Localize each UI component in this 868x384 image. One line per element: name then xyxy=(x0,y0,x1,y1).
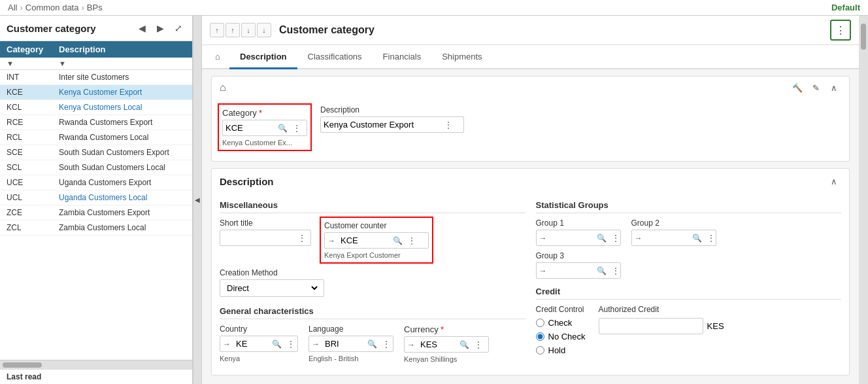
nav-back-button[interactable]: ◀ xyxy=(135,21,149,35)
creation-method-select[interactable]: Direct Indirect xyxy=(224,283,320,294)
list-item[interactable]: SCLSouth Sudan Customers Local xyxy=(0,160,192,175)
left-panel-title: Customer category xyxy=(7,23,96,34)
language-more-icon[interactable]: ⋮ xyxy=(380,340,393,349)
country-search-icon[interactable]: 🔍 xyxy=(269,340,284,349)
group1-input[interactable] xyxy=(550,230,594,245)
list-item[interactable]: UCEUganda Customers Export xyxy=(0,175,192,190)
group1-input-wrapper[interactable]: → 🔍 ⋮ xyxy=(536,230,621,246)
counter-more-icon[interactable]: ⋮ xyxy=(405,236,418,245)
radio-hold[interactable]: Hold xyxy=(536,345,586,355)
country-input[interactable] xyxy=(233,336,269,351)
currency-more-icon[interactable]: ⋮ xyxy=(472,340,485,349)
list-header: Category Description xyxy=(0,41,192,58)
desc-label: Description xyxy=(320,105,464,114)
group1-search-icon[interactable]: 🔍 xyxy=(594,234,609,243)
pencil-btn[interactable]: ✎ xyxy=(809,80,823,95)
list-item[interactable]: RCLRwanda Customers Local xyxy=(0,130,192,145)
list-item[interactable]: UCLUganda Customers Local xyxy=(0,190,192,205)
arrow-prev-btn[interactable]: ↑ xyxy=(225,23,240,37)
nav-forward-button[interactable]: ▶ xyxy=(153,21,167,35)
breadcrumb: All › Common data › BPs xyxy=(8,3,103,12)
expand-button[interactable]: ⤢ xyxy=(171,21,186,35)
radio-hold-input[interactable] xyxy=(536,346,544,355)
group2-more-icon[interactable]: ⋮ xyxy=(705,234,718,243)
list-item[interactable]: KCLKenya Customers Local xyxy=(0,100,192,115)
right-scrollbar[interactable] xyxy=(859,16,868,384)
three-dot-button[interactable]: ⋮ xyxy=(830,20,851,41)
desc-right-col: Statistical Groups Group 1 → 🔍 ⋮ xyxy=(536,200,842,368)
language-search-icon[interactable]: 🔍 xyxy=(365,340,380,349)
auth-credit-input[interactable] xyxy=(599,318,703,334)
breadcrumb-all[interactable]: All xyxy=(8,3,17,12)
filter-icon-1[interactable]: ▼ xyxy=(7,60,59,67)
category-input-wrapper[interactable]: 🔍 ⋮ xyxy=(222,120,307,136)
list-item-desc: Kenya Customer Export xyxy=(59,88,186,97)
language-label: Language xyxy=(309,324,393,334)
left-header-icons: ◀ ▶ ⤢ xyxy=(135,21,186,35)
group3-input-wrapper[interactable]: → 🔍 ⋮ xyxy=(536,262,621,279)
country-input-wrapper[interactable]: → 🔍 ⋮ xyxy=(220,336,298,352)
main-content: Customer category ◀ ▶ ⤢ Category Descrip… xyxy=(0,16,868,384)
short-title-input[interactable] xyxy=(220,230,295,245)
list-item[interactable]: ZCEZambia Customers Export xyxy=(0,205,192,220)
category-more-icon[interactable]: ⋮ xyxy=(290,124,303,133)
list-item[interactable]: KCEKenya Customer Export xyxy=(0,85,192,100)
language-block: Language → 🔍 ⋮ English - British xyxy=(309,324,393,362)
panel-collapse-handle[interactable]: ◀ xyxy=(193,16,202,384)
short-title-more-icon[interactable]: ⋮ xyxy=(295,234,309,243)
group3-input[interactable] xyxy=(550,263,594,278)
desc-section-collapse[interactable]: ∧ xyxy=(827,174,841,188)
customer-counter-input[interactable] xyxy=(338,233,390,248)
tab-description[interactable]: Description xyxy=(229,45,297,68)
desc-input-wrapper[interactable]: ⋮ xyxy=(320,116,464,133)
arrow-next-btn[interactable]: ↓ xyxy=(241,23,256,37)
tab-shipments[interactable]: Shipments xyxy=(431,45,492,68)
group3-more-icon[interactable]: ⋮ xyxy=(609,266,622,275)
radio-hold-label: Hold xyxy=(548,345,566,355)
language-input[interactable] xyxy=(322,336,365,351)
credit-title: Credit xyxy=(536,287,842,300)
desc-more-icon[interactable]: ⋮ xyxy=(442,120,455,130)
horizontal-scrollbar[interactable] xyxy=(0,360,192,369)
desc-input[interactable] xyxy=(321,117,442,132)
list-item-code: UCL xyxy=(7,193,59,202)
tab-financials[interactable]: Financials xyxy=(373,45,432,68)
currency-search-icon[interactable]: 🔍 xyxy=(457,340,472,349)
filter-icon-2[interactable]: ▼ xyxy=(59,60,186,67)
short-title-input-wrapper[interactable]: ⋮ xyxy=(220,230,311,246)
tab-home-icon[interactable]: ⌂ xyxy=(210,46,229,67)
breadcrumb-common[interactable]: Common data xyxy=(25,3,79,12)
list-item[interactable]: RCERwanda Customers Export xyxy=(0,115,192,130)
arrow-last-btn[interactable]: ↓ xyxy=(257,23,271,37)
group3-search-icon[interactable]: 🔍 xyxy=(594,266,609,275)
creation-method-select-wrapper[interactable]: Direct Indirect xyxy=(220,279,324,297)
customer-counter-input-wrapper[interactable]: → 🔍 ⋮ xyxy=(324,232,429,249)
group2-input[interactable] xyxy=(645,230,690,245)
arrow-first-btn[interactable]: ↑ xyxy=(210,23,224,37)
list-item[interactable]: INTInter site Customers xyxy=(0,70,192,85)
counter-search-icon[interactable]: 🔍 xyxy=(390,236,405,245)
col-description: Description xyxy=(59,44,186,54)
language-input-wrapper[interactable]: → 🔍 ⋮ xyxy=(309,336,393,352)
country-more-icon[interactable]: ⋮ xyxy=(284,340,297,349)
hammer-btn[interactable]: 🔨 xyxy=(790,80,805,95)
right-header-actions: ⋮ xyxy=(830,20,851,41)
general-char-section: General characteristics Country → 🔍 xyxy=(220,306,526,363)
category-input[interactable] xyxy=(223,120,275,135)
collapse-btn[interactable]: ∧ xyxy=(827,80,841,95)
radio-check[interactable]: Check xyxy=(536,318,586,328)
group1-more-icon[interactable]: ⋮ xyxy=(609,234,622,243)
category-search-icon[interactable]: 🔍 xyxy=(275,124,290,133)
list-item[interactable]: SCESouth Sudan Customers Export xyxy=(0,145,192,160)
currency-input[interactable] xyxy=(418,337,457,352)
currency-input-wrapper[interactable]: → 🔍 ⋮ xyxy=(404,336,489,353)
creation-method-block: Creation Method Direct Indirect xyxy=(220,268,526,297)
radio-check-input[interactable] xyxy=(536,319,544,327)
group2-search-icon[interactable]: 🔍 xyxy=(690,234,705,243)
list-item[interactable]: ZCLZambia Customers Local xyxy=(0,220,192,236)
radio-nocheck-input[interactable] xyxy=(536,332,544,341)
left-panel: Customer category ◀ ▶ ⤢ Category Descrip… xyxy=(0,16,193,384)
tab-classifications[interactable]: Classifications xyxy=(297,45,373,68)
group2-input-wrapper[interactable]: → 🔍 ⋮ xyxy=(631,230,716,246)
radio-nocheck[interactable]: No Check xyxy=(536,332,586,341)
